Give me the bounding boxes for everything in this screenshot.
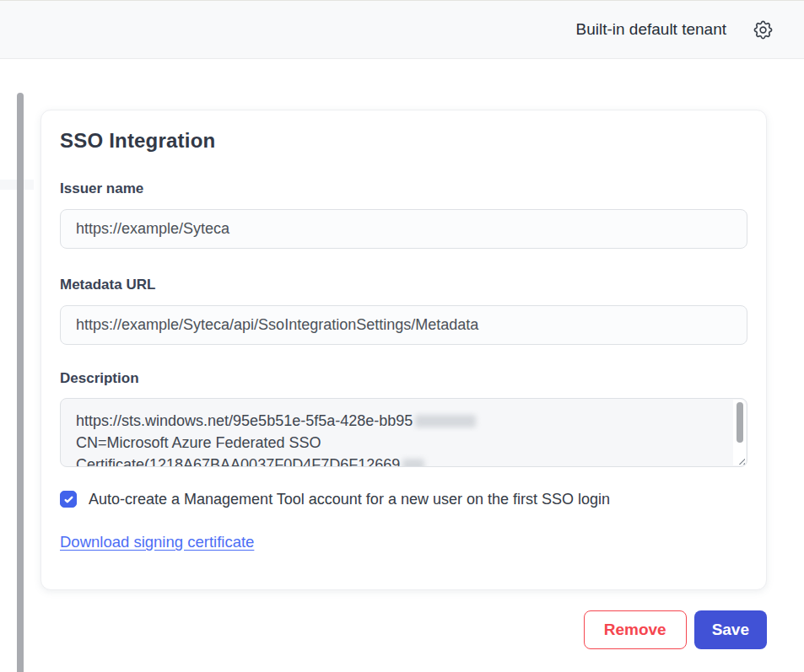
description-line-text: Certificate(1218A67BAA0037F0D4F7D6F12669	[76, 454, 400, 467]
sso-integration-card: SSO Integration Issuer name Metadata URL…	[40, 110, 767, 590]
tenant-name: Built-in default tenant	[575, 20, 726, 39]
description-line: Certificate(1218A67BAA0037F0D4F7D6F12669	[76, 454, 720, 467]
autocreate-checkbox-row[interactable]: Auto-create a Management Tool account fo…	[60, 489, 747, 509]
description-line: CN=Microsoft Azure Federated SSO	[76, 432, 720, 454]
description-line: https://sts.windows.net/95e5b51e-5f5a-42…	[76, 410, 720, 432]
textarea-scrollbar-track	[733, 400, 746, 465]
topbar: Built-in default tenant	[0, 0, 804, 59]
description-line-text: CN=Microsoft Azure Federated SSO	[76, 432, 321, 454]
issuer-name-label: Issuer name	[60, 180, 747, 198]
textarea-scrollbar-thumb[interactable]	[737, 402, 743, 443]
download-signing-certificate-link[interactable]: Download signing certificate	[60, 533, 254, 551]
save-button[interactable]: Save	[694, 610, 767, 649]
gear-icon	[752, 19, 774, 41]
autocreate-checkbox-label[interactable]: Auto-create a Management Tool account fo…	[89, 489, 610, 509]
checkmark-icon	[63, 494, 74, 505]
autocreate-checkbox[interactable]	[60, 491, 77, 508]
redacted-text	[402, 459, 424, 468]
settings-gear-button[interactable]	[750, 17, 776, 43]
description-textarea[interactable]: https://sts.windows.net/95e5b51e-5f5a-42…	[60, 398, 747, 467]
remove-button[interactable]: Remove	[584, 610, 687, 649]
left-panel-scrollbar[interactable]	[17, 93, 24, 672]
description-line-text: https://sts.windows.net/95e5b51e-5f5a-42…	[76, 410, 413, 432]
actions-row: Remove Save	[584, 610, 767, 649]
redacted-text	[415, 415, 476, 427]
metadata-url-label: Metadata URL	[60, 276, 747, 294]
metadata-url-input[interactable]	[60, 305, 747, 345]
issuer-name-input[interactable]	[60, 209, 747, 249]
page-title: SSO Integration	[60, 129, 747, 153]
description-label: Description	[60, 369, 747, 388]
